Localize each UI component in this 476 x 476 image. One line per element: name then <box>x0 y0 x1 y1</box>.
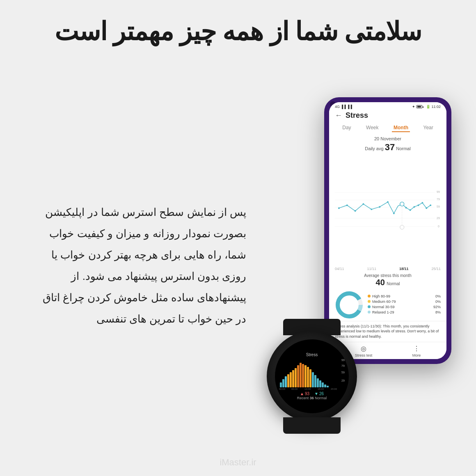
svg-rect-52 <box>319 380 321 387</box>
screen-title: Stress <box>346 111 368 120</box>
svg-rect-50 <box>314 375 316 387</box>
svg-rect-48 <box>309 369 311 387</box>
chart-svg: 99 79 59 29 0 <box>335 154 441 266</box>
svg-rect-54 <box>324 384 326 387</box>
battery-icon <box>416 105 422 108</box>
battery-status: ✦ 🔋 11:02 <box>412 105 441 109</box>
svg-point-26 <box>400 202 404 206</box>
daily-avg: Daily avg 37 Normal <box>329 142 446 154</box>
svg-rect-41 <box>292 370 294 387</box>
avg-stress-value-row: 40 Normal <box>335 278 441 287</box>
svg-text:59: 59 <box>437 205 440 208</box>
svg-rect-36 <box>280 382 282 387</box>
svg-point-31 <box>338 293 361 316</box>
page-container: سلامتی شما از همه چیز مهمتر است پس از نم… <box>0 0 476 476</box>
tab-day[interactable]: Day <box>341 124 352 132</box>
more-icon: ⋮ <box>413 345 420 352</box>
svg-point-19 <box>405 207 407 208</box>
daily-avg-label: Daily avg <box>365 146 383 151</box>
legend-dot-medium <box>368 300 371 303</box>
svg-rect-44 <box>300 363 302 387</box>
svg-point-16 <box>387 201 389 203</box>
watch-screen: Stress 99 79 59 29 <box>275 339 349 413</box>
svg-text:59: 59 <box>341 371 345 374</box>
avg-stress-title: Average stress this month <box>335 273 441 278</box>
legend-label-high: High 80-99 <box>372 294 390 298</box>
daily-avg-status: Normal <box>396 146 410 151</box>
svg-point-14 <box>371 208 372 210</box>
svg-text:99: 99 <box>341 359 345 362</box>
svg-text:29: 29 <box>341 379 345 382</box>
svg-point-25 <box>430 204 431 206</box>
svg-text:99: 99 <box>437 190 440 193</box>
svg-point-12 <box>355 210 356 212</box>
svg-rect-43 <box>297 365 299 387</box>
time-display: 🔋 11:02 <box>426 105 441 109</box>
svg-point-21 <box>414 206 415 208</box>
legend-pct-relaxed: 8% <box>435 310 441 314</box>
watch-recent: Recent 36 Normal <box>297 396 327 400</box>
tab-year[interactable]: Year <box>421 124 435 132</box>
avg-stress-section: Average stress this month 40 Normal <box>329 272 446 289</box>
legend-label-medium: Medium 60-79 <box>372 300 396 304</box>
svg-rect-45 <box>302 364 304 387</box>
svg-text:06:00: 06:00 <box>291 388 298 390</box>
content-row: پس از نمایش سطح استرس شما در اپلیکیشن بص… <box>25 63 451 468</box>
svg-text:12:00: 12:00 <box>304 388 311 390</box>
watch-stats: ▲ 93 ▼ 26 <box>300 391 324 396</box>
svg-text:79: 79 <box>437 198 440 201</box>
legend-label-relaxed: Relaxed 1-29 <box>372 310 394 314</box>
svg-rect-40 <box>290 372 292 387</box>
period-tabs: Day Week Month Year <box>329 121 446 135</box>
legend-dot-normal <box>368 305 371 308</box>
legend-relaxed: Relaxed 1-29 8% <box>368 310 441 314</box>
svg-text:79: 79 <box>341 364 345 367</box>
description-text: پس از نمایش سطح استرس شما در اپلیکیشن بص… <box>41 201 246 330</box>
x-label-3: 18/11 <box>399 267 409 271</box>
svg-point-11 <box>346 204 348 206</box>
legend-dot-relaxed <box>368 311 371 314</box>
x-label-4: 25/11 <box>431 267 441 271</box>
more-label: More <box>412 353 421 357</box>
smartwatch: Stress 99 79 59 29 <box>254 319 369 434</box>
x-label-1: 04/11 <box>335 267 344 271</box>
svg-rect-39 <box>287 374 289 387</box>
legend-pct-high: 0% <box>435 294 441 298</box>
svg-rect-51 <box>317 378 319 387</box>
back-button[interactable]: ← <box>335 111 342 120</box>
legend-pct-medium: 0% <box>435 300 441 304</box>
svg-point-20 <box>410 209 411 211</box>
avg-stress-status: Normal <box>387 281 400 286</box>
tab-week[interactable]: Week <box>364 124 380 132</box>
svg-point-24 <box>426 207 427 209</box>
watch-band-bottom <box>283 417 341 434</box>
phone-header: ← Stress <box>329 110 446 121</box>
tab-month[interactable]: Month <box>392 124 410 132</box>
svg-point-10 <box>338 207 340 209</box>
svg-point-13 <box>362 203 364 205</box>
legend-normal: Normal 30-59 92% <box>368 305 441 309</box>
svg-text:18:00: 18:00 <box>318 388 324 390</box>
donut-chart <box>335 291 364 319</box>
svg-rect-38 <box>285 376 287 387</box>
legend-pct-normal: 92% <box>433 305 441 309</box>
stress-chart: 99 79 59 29 0 <box>329 154 446 266</box>
text-section: پس از نمایش سطح استرس شما در اپلیکیشن بص… <box>25 201 254 330</box>
watch-title: Stress <box>306 352 318 357</box>
phone-watch-section: 4G ▌▌ ▌▌ ✦ 🔋 11:02 ← <box>254 97 451 434</box>
svg-rect-53 <box>322 382 324 387</box>
svg-text:24:00: 24:00 <box>331 388 337 390</box>
svg-rect-49 <box>312 372 314 387</box>
legend-label-normal: Normal 30-59 <box>372 305 395 309</box>
svg-text:29: 29 <box>437 216 440 219</box>
svg-rect-42 <box>295 368 297 387</box>
watch-body: Stress 99 79 59 29 <box>267 331 357 421</box>
svg-rect-37 <box>282 379 284 387</box>
svg-point-17 <box>393 213 395 214</box>
nav-more[interactable]: ⋮ More <box>412 345 421 357</box>
watch-low-val: ▼ 26 <box>314 391 324 396</box>
signal-status: 4G ▌▌ ▌▌ <box>335 105 353 109</box>
donut-legend-row: High 80-99 0% Medium 60-79 0% <box>329 289 446 321</box>
svg-rect-47 <box>307 367 309 387</box>
main-title: سلامتی شما از همه چیز مهمتر است <box>55 16 421 46</box>
